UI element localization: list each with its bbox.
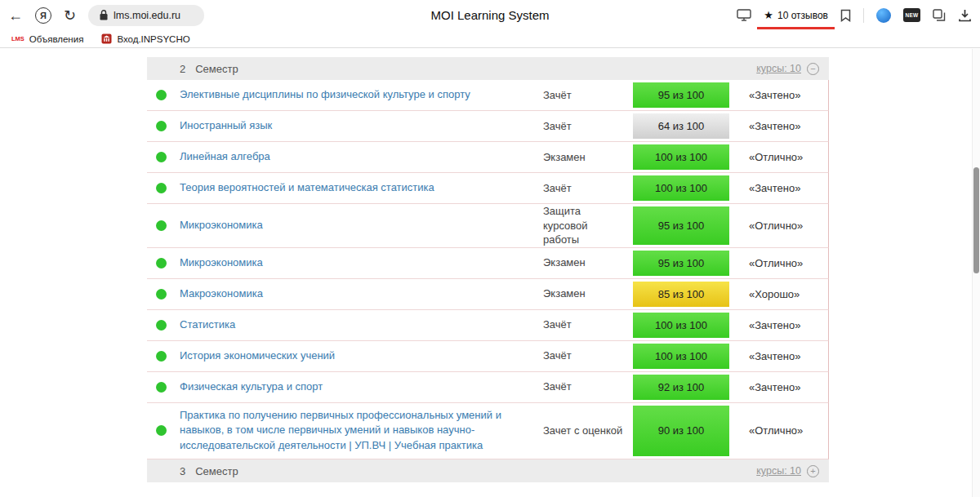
score-cell: 100 из 100 <box>633 310 739 340</box>
course-status-icon <box>156 425 167 436</box>
score-cell: 85 из 100 <box>633 279 739 309</box>
courses-count-link[interactable]: курсы: 10 <box>756 465 801 477</box>
grade-text: «Зачтено» <box>739 381 828 393</box>
grade-text: «Хорошо» <box>739 288 828 300</box>
score-cell: 100 из 100 <box>633 341 739 371</box>
browser-toolbar: ← Я ↻ lms.moi.edu.ru MOI Learning System… <box>0 0 980 30</box>
score-badge: 92 из 100 <box>633 375 729 400</box>
course-status-icon <box>156 320 167 331</box>
score-cell: 100 из 100 <box>633 173 739 203</box>
lock-icon <box>100 10 108 20</box>
course-status-icon <box>156 90 167 100</box>
course-link[interactable]: Макроэкономика <box>180 282 543 307</box>
inpsycho-favicon <box>101 33 112 44</box>
course-link[interactable]: Практика по получению первичных професси… <box>180 403 543 459</box>
grade-text: «Отлично» <box>739 151 828 163</box>
downloads-icon[interactable] <box>958 9 972 22</box>
protect-icon[interactable] <box>737 9 751 21</box>
assessment-type: Зачёт <box>543 348 633 363</box>
lms-page: 2 Семестр курсы: 10 − Элективные дисципл… <box>0 57 980 497</box>
course-status-icon <box>156 382 167 393</box>
course-status-icon <box>156 121 167 131</box>
grades-table: 2 Семестр курсы: 10 − Элективные дисципл… <box>147 57 829 482</box>
reviews-rating[interactable]: ★ 10 отзывов <box>764 9 828 21</box>
score-badge: 95 из 100 <box>633 82 729 108</box>
assessment-type: Экзамен <box>543 150 633 165</box>
course-link[interactable]: Линейная алгебра <box>180 144 543 170</box>
grades-rows: Элективные дисциплины по физической куль… <box>147 80 829 459</box>
expand-icon[interactable]: + <box>807 465 819 477</box>
score-badge: 90 из 100 <box>633 406 729 457</box>
score-badge: 95 из 100 <box>633 251 729 276</box>
course-link[interactable]: Иностранный язык <box>180 113 543 139</box>
assessment-type: Экзамен <box>543 255 633 270</box>
course-link[interactable]: Микроэкономика <box>180 251 543 276</box>
course-link[interactable]: Элективные дисциплины по физической куль… <box>180 82 543 108</box>
collections-icon[interactable] <box>933 9 946 21</box>
grade-text: «Зачтено» <box>739 350 828 362</box>
bookmark-label: Объявления <box>29 34 84 44</box>
score-badge: 100 из 100 <box>633 175 729 201</box>
score-badge: 64 из 100 <box>633 113 729 139</box>
bookmark-item-announcements[interactable]: LMS Объявления <box>11 34 83 44</box>
assessment-type: Зачёт <box>543 88 633 103</box>
grade-text: «Зачтено» <box>739 182 828 194</box>
grade-text: «Отлично» <box>739 257 828 269</box>
status-dot-cell <box>147 183 180 193</box>
score-cell: 64 из 100 <box>633 111 739 141</box>
semester-label: Семестр <box>195 63 238 75</box>
course-link[interactable]: История экономических учений <box>180 344 543 369</box>
grade-text: «Зачтено» <box>739 319 828 331</box>
refresh-icon[interactable]: ↻ <box>64 8 76 23</box>
score-cell: 95 из 100 <box>633 80 739 110</box>
bookmark-label: Вход.INPSYCHO <box>117 34 189 44</box>
reviews-label: 10 отзывов <box>777 10 828 21</box>
table-row: Макроэкономика Экзамен 85 из 100 «Хорошо… <box>147 279 829 310</box>
course-status-icon <box>156 258 167 268</box>
table-row: История экономических учений Зачёт 100 и… <box>147 341 829 372</box>
table-row: Иностранный язык Зачёт 64 из 100 «Зачтен… <box>147 111 829 142</box>
yandex-browser-icon[interactable]: Я <box>35 7 51 24</box>
assessment-type: Зачёт <box>543 119 633 134</box>
assessment-type: Экзамен <box>543 286 633 301</box>
scrollbar-thumb[interactable] <box>973 167 979 273</box>
status-dot-cell <box>147 351 180 362</box>
status-dot-cell <box>147 289 180 300</box>
back-icon[interactable]: ← <box>8 8 23 23</box>
course-status-icon <box>156 289 167 300</box>
bookmark-item-inpsycho[interactable]: Вход.INPSYCHO <box>101 33 189 44</box>
table-row: Микроэкономика Экзамен 95 из 100 «Отличн… <box>147 248 829 279</box>
course-link[interactable]: Статистика <box>180 313 543 338</box>
grade-text: «Зачтено» <box>739 120 828 132</box>
course-link[interactable]: Теория вероятностей и математическая ста… <box>180 175 543 201</box>
score-badge: 85 из 100 <box>633 282 729 307</box>
table-row: Статистика Зачёт 100 из 100 «Зачтено» <box>147 310 829 341</box>
table-row: Микроэкономика Защита курсовой работы 95… <box>147 204 829 248</box>
courses-count-link[interactable]: курсы: 10 <box>756 63 801 74</box>
collapse-icon[interactable]: − <box>807 63 819 75</box>
course-link[interactable]: Микроэкономика <box>180 213 543 238</box>
score-cell: 95 из 100 <box>633 204 739 247</box>
bookmark-icon[interactable] <box>840 9 851 22</box>
lms-favicon: LMS <box>11 35 24 42</box>
score-cell: 92 из 100 <box>633 372 739 402</box>
address-bar[interactable]: lms.moi.edu.ru <box>88 5 204 26</box>
score-cell: 100 из 100 <box>633 142 739 172</box>
semester-number: 3 <box>180 465 185 477</box>
status-dot-cell <box>147 121 180 131</box>
table-row: Теория вероятностей и математическая ста… <box>147 173 829 204</box>
assessment-type: Зачёт <box>543 317 633 332</box>
new-extension-icon[interactable]: NEW <box>903 8 920 22</box>
status-dot-cell <box>147 382 180 393</box>
bookmarks-bar: LMS Объявления Вход.INPSYCHO <box>0 30 980 48</box>
status-dot-cell <box>147 220 180 231</box>
course-status-icon <box>156 351 167 362</box>
grade-text: «Отлично» <box>739 220 828 232</box>
globe-extension-icon[interactable] <box>876 8 891 23</box>
course-link[interactable]: Физическая культура и спорт <box>180 375 543 400</box>
assessment-type: Зачёт <box>543 181 633 196</box>
score-badge: 100 из 100 <box>633 144 729 170</box>
semester-footer: 3 Семестр курсы: 10 + <box>147 459 829 482</box>
course-status-icon <box>156 220 167 231</box>
status-dot-cell <box>147 320 180 331</box>
